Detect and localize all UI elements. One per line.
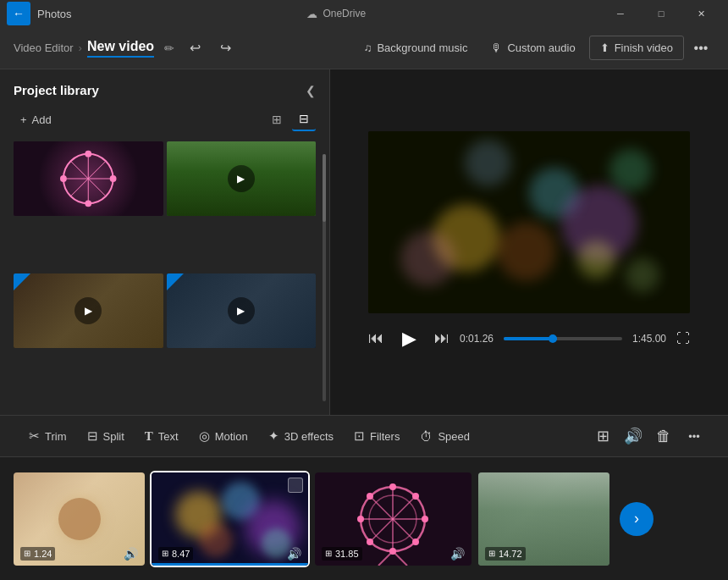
back-button[interactable]: ← bbox=[7, 2, 30, 25]
redo-button[interactable]: ↪ bbox=[212, 35, 239, 62]
clip-duration: 1.24 bbox=[34, 549, 52, 559]
timeline-clip[interactable]: ⊞ 8.47 🔊 bbox=[152, 472, 308, 566]
svg-line-23 bbox=[378, 551, 393, 566]
filters-icon: ⊡ bbox=[354, 428, 365, 444]
library-item[interactable] bbox=[14, 141, 163, 216]
minimize-button[interactable]: ─ bbox=[601, 0, 640, 27]
app-title: Photos bbox=[37, 8, 71, 20]
rewind-icon: ⏮ bbox=[368, 329, 383, 347]
3d-effects-button[interactable]: ✦ 3D effects bbox=[260, 423, 342, 449]
speed-label: Speed bbox=[438, 430, 470, 443]
svg-point-15 bbox=[389, 483, 396, 490]
play-icon: ▶ bbox=[402, 328, 416, 350]
speed-button[interactable]: ⏱ Speed bbox=[411, 424, 478, 449]
breadcrumb: Video Editor › New video bbox=[14, 39, 154, 58]
finish-video-label: Finish video bbox=[615, 41, 673, 54]
delete-button[interactable]: 🗑 bbox=[650, 423, 677, 450]
list-view-icon: ⊟ bbox=[299, 112, 309, 125]
trim-button[interactable]: ✂ Trim bbox=[20, 423, 75, 449]
window-controls: ─ □ ✕ bbox=[601, 0, 721, 27]
split-button[interactable]: ⊟ Split bbox=[79, 423, 133, 449]
panel-title: Project library bbox=[14, 83, 99, 97]
onedrive-label: OneDrive bbox=[323, 8, 366, 19]
crop-icon: ⊞ bbox=[597, 427, 609, 445]
editing-toolbar: ✂ Trim ⊟ Split T Text ◎ Motion ✦ 3D effe… bbox=[0, 415, 728, 457]
maximize-icon: □ bbox=[659, 8, 665, 19]
play-pause-button[interactable]: ▶ bbox=[394, 323, 424, 354]
toolbar-more-button[interactable]: ••• bbox=[687, 35, 714, 62]
library-item[interactable]: ▶ bbox=[14, 273, 163, 348]
filters-label: Filters bbox=[370, 430, 400, 443]
selected-indicator bbox=[167, 273, 184, 290]
timeline-clip[interactable]: ⊞ 1.24 🔊 bbox=[14, 472, 145, 566]
play-overlay[interactable]: ▶ bbox=[74, 297, 102, 324]
text-button[interactable]: T Text bbox=[136, 424, 187, 449]
clip-audio-icon: 🔊 bbox=[450, 547, 465, 561]
library-item[interactable]: ▶ bbox=[167, 141, 317, 216]
clip-icon: ⊞ bbox=[488, 549, 495, 558]
audio-icon: 🔊 bbox=[624, 427, 643, 445]
view-toggle: ⊞ ⊟ bbox=[265, 108, 316, 131]
custom-audio-button[interactable]: 🎙 Custom audio bbox=[481, 36, 585, 59]
library-grid: ▶ ▶ ▶ bbox=[14, 141, 316, 401]
clip-duration: 8.47 bbox=[172, 549, 190, 559]
list-view-button[interactable]: ⊟ bbox=[292, 108, 316, 131]
edit-title-icon[interactable]: ✏ bbox=[164, 41, 174, 55]
total-duration: 1:45.00 bbox=[632, 333, 666, 345]
clip-duration-badge: ⊞ 14.72 bbox=[485, 547, 526, 561]
timeline-next-button[interactable]: › bbox=[620, 502, 654, 536]
redo-icon: ↪ bbox=[220, 40, 231, 56]
clip-duration: 31.85 bbox=[335, 549, 359, 559]
video-preview bbox=[368, 131, 690, 313]
library-item[interactable]: ▶ bbox=[167, 273, 317, 348]
add-media-button[interactable]: + Add bbox=[14, 110, 58, 130]
titlebar-left: ← Photos bbox=[7, 2, 71, 25]
panel-header: Project library ❮ bbox=[14, 83, 316, 97]
timeline-clip[interactable]: ⊞ 14.72 bbox=[478, 472, 609, 566]
crop-button[interactable]: ⊞ bbox=[589, 423, 616, 450]
split-icon: ⊟ bbox=[87, 428, 98, 444]
add-label: Add bbox=[32, 113, 52, 126]
background-music-button[interactable]: ♫ Background music bbox=[354, 36, 478, 59]
filters-button[interactable]: ⊡ Filters bbox=[345, 423, 408, 449]
skip-icon: ⏭ bbox=[434, 329, 449, 347]
close-icon: ✕ bbox=[698, 8, 705, 19]
fullscreen-button[interactable]: ⛶ bbox=[676, 331, 690, 346]
main-content: Project library ❮ + Add ⊞ ⊟ bbox=[0, 69, 728, 415]
svg-point-8 bbox=[110, 175, 117, 182]
svg-point-6 bbox=[85, 200, 91, 207]
play-overlay[interactable]: ▶ bbox=[228, 297, 255, 324]
speed-icon: ⏱ bbox=[420, 429, 433, 444]
play-overlay[interactable]: ▶ bbox=[228, 165, 255, 192]
motion-button[interactable]: ◎ Motion bbox=[190, 423, 256, 449]
titlebar-center: ☁ OneDrive bbox=[306, 8, 366, 20]
grid-view-icon: ⊞ bbox=[272, 113, 282, 126]
clip-icon: ⊞ bbox=[162, 549, 168, 558]
rewind-button[interactable]: ⏮ bbox=[368, 329, 383, 347]
timeline-clip[interactable]: ⊞ 31.85 🔊 bbox=[315, 472, 472, 566]
current-time: 0:01.26 bbox=[460, 333, 494, 345]
scrollbar-track[interactable] bbox=[323, 154, 326, 401]
grid-view-button[interactable]: ⊞ bbox=[265, 108, 289, 131]
clip-progress-bar bbox=[152, 563, 308, 566]
back-icon: ← bbox=[13, 7, 25, 20]
breadcrumb-parent: Video Editor bbox=[14, 41, 74, 54]
skip-button[interactable]: ⏭ bbox=[434, 329, 449, 347]
close-button[interactable]: ✕ bbox=[682, 0, 721, 27]
finish-video-button[interactable]: ⬆ Finish video bbox=[589, 36, 684, 60]
undo-button[interactable]: ↩ bbox=[181, 35, 208, 62]
scrollbar-thumb[interactable] bbox=[323, 154, 326, 222]
more-icon: ••• bbox=[688, 430, 700, 443]
preview-panel: ⏮ ▶ ⏭ 0:01.26 1:45.00 ⛶ bbox=[330, 69, 728, 415]
fullscreen-icon: ⛶ bbox=[676, 331, 690, 345]
svg-point-20 bbox=[412, 493, 419, 500]
audio-button[interactable]: 🔊 bbox=[620, 423, 647, 450]
current-page-title: New video bbox=[87, 39, 154, 58]
progress-bar[interactable] bbox=[504, 337, 622, 340]
main-toolbar: Video Editor › New video ✏ ↩ ↪ ♫ Backgro… bbox=[0, 27, 728, 69]
text-label: Text bbox=[158, 430, 179, 443]
maximize-button[interactable]: □ bbox=[642, 0, 681, 27]
more-options-button[interactable]: ••• bbox=[681, 423, 708, 450]
collapse-panel-button[interactable]: ❮ bbox=[306, 84, 316, 97]
effects-label: 3D effects bbox=[284, 430, 334, 443]
